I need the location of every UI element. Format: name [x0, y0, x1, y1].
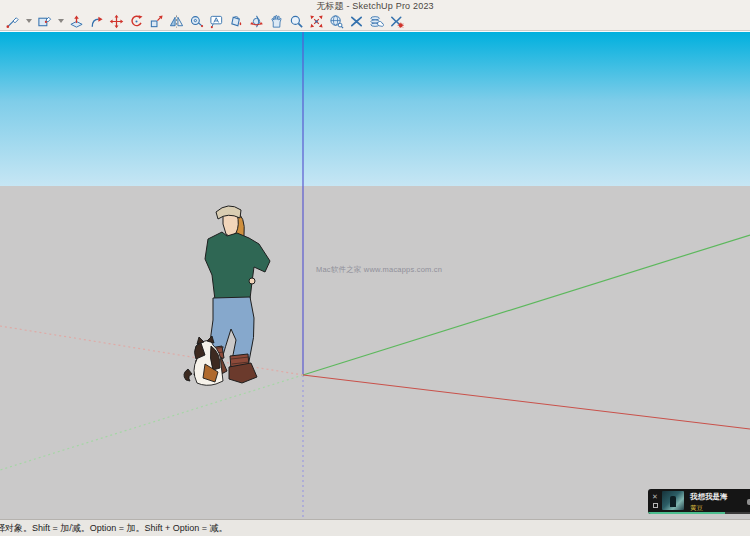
zoom-tool-button[interactable] — [289, 14, 304, 29]
figure-face — [223, 214, 238, 236]
scene-canvas — [0, 32, 750, 519]
green-axis-dotted — [0, 375, 303, 470]
pushpull-tool-icon — [69, 14, 84, 29]
progress-fill — [648, 512, 725, 514]
track-title: 我想我是海 — [690, 492, 750, 502]
tape-measure-tool-icon — [189, 14, 204, 29]
share-model-button[interactable] — [349, 14, 364, 29]
music-player-popup[interactable]: ✕ 我想我是海 黄豆 — [648, 489, 750, 514]
followme-tool-button[interactable] — [89, 14, 104, 29]
shapes-tool-icon — [37, 14, 52, 29]
scale-tool-icon — [149, 14, 164, 29]
flip-tool-icon — [169, 14, 184, 29]
shapes-tool-button[interactable] — [37, 14, 52, 29]
line-tool-dropdown[interactable] — [25, 14, 32, 29]
extension-warehouse-button[interactable] — [389, 14, 404, 29]
red-axis-solid — [303, 375, 750, 429]
flip-tool-button[interactable] — [169, 14, 184, 29]
window-title: 无标题 - SketchUp Pro 2023 — [316, 0, 434, 13]
album-art[interactable] — [662, 491, 684, 510]
red-axis-dotted — [0, 326, 303, 375]
pushpull-tool-button[interactable] — [69, 14, 84, 29]
get-models-button[interactable] — [329, 14, 344, 29]
pan-tool-icon — [269, 14, 284, 29]
paint-bucket-tool-button[interactable] — [229, 14, 244, 29]
text-label-tool-icon — [209, 14, 224, 29]
track-info: 我想我是海 黄豆 — [684, 489, 750, 514]
zoom-tool-icon — [289, 14, 304, 29]
tape-measure-tool-button[interactable] — [189, 14, 204, 29]
share-model-icon — [349, 14, 364, 29]
move-tool-button[interactable] — [109, 14, 124, 29]
main-toolbar — [0, 13, 750, 31]
shapes-tool-dropdown[interactable] — [57, 14, 64, 29]
paint-bucket-tool-icon — [229, 14, 244, 29]
progress-bar — [648, 512, 750, 514]
titlebar: 无标题 - SketchUp Pro 2023 — [0, 0, 750, 13]
cat-tail — [184, 369, 192, 381]
text-label-tool-button[interactable] — [209, 14, 224, 29]
popup-controls: ✕ — [648, 489, 662, 514]
rotate-tool-button[interactable] — [129, 14, 144, 29]
status-hint-text: 选择对象。Shift = 加/减。Option = 加。Shift + Opti… — [0, 522, 228, 535]
zoom-extents-tool-button[interactable] — [309, 14, 324, 29]
extension-warehouse-icon — [389, 14, 404, 29]
close-icon[interactable]: ✕ — [652, 493, 658, 500]
figure-shirt — [205, 232, 270, 300]
figure-boot-right — [229, 363, 257, 383]
statusbar: 选择对象。Shift = 加/减。Option = 加。Shift + Opti… — [0, 519, 750, 536]
followme-tool-icon — [89, 14, 104, 29]
share-component-button[interactable] — [369, 14, 384, 29]
move-tool-icon — [109, 14, 124, 29]
rotate-tool-icon — [129, 14, 144, 29]
orbit-tool-button[interactable] — [249, 14, 264, 29]
site-watermark: Mac软件之家 www.macapps.com.cn — [316, 265, 442, 275]
zoom-extents-tool-icon — [309, 14, 324, 29]
sketchup-window: 无标题 - SketchUp Pro 2023 — [0, 0, 750, 536]
figure-hand — [249, 278, 255, 284]
modeling-viewport[interactable]: Mac软件之家 www.macapps.com.cn ✕ 我想我是海 黄豆 — [0, 31, 750, 519]
line-tool-button[interactable] — [5, 14, 20, 29]
orbit-tool-icon — [249, 14, 264, 29]
green-axis-solid — [303, 235, 750, 375]
share-component-icon — [369, 14, 384, 29]
get-models-icon — [329, 14, 344, 29]
pip-window-icon[interactable] — [653, 503, 658, 508]
pan-tool-button[interactable] — [269, 14, 284, 29]
line-tool-icon — [5, 14, 20, 29]
scale-tool-button[interactable] — [149, 14, 164, 29]
